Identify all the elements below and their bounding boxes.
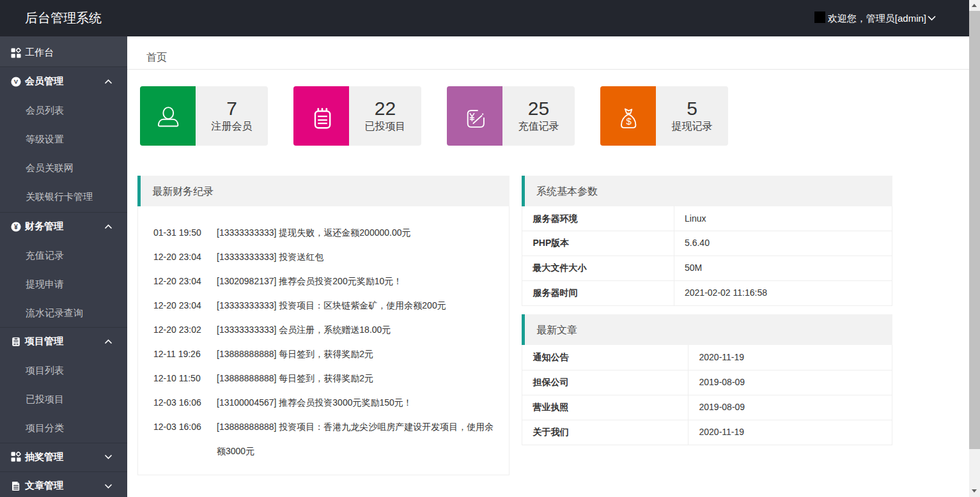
svg-text:¥: ¥ xyxy=(14,222,18,230)
svg-text:V: V xyxy=(14,78,19,85)
svg-text:$: $ xyxy=(626,116,632,126)
